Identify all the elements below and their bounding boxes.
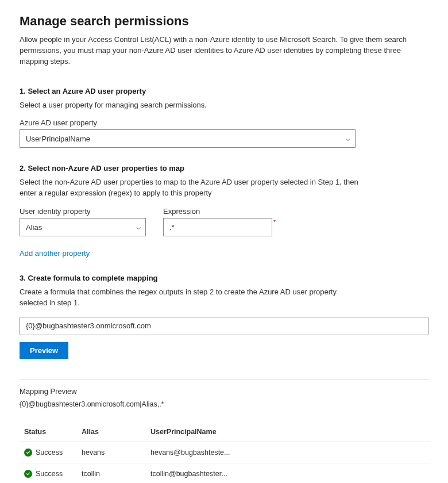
- expression-label: Expression: [163, 207, 276, 216]
- azure-ad-property-select-wrapper: UserPrincipalName: [20, 129, 356, 148]
- cell-upn: tcollin@bugbashtester...: [146, 463, 430, 483]
- formula-input[interactable]: [20, 317, 428, 335]
- col-header-status: Status: [20, 422, 77, 442]
- mapping-preview-title: Mapping Preview: [20, 387, 428, 396]
- mapping-preview-formula: {0}@bugbashtester3.onmicrosoft.com|Alias…: [20, 400, 428, 408]
- step1-title: 1. Select an Azure AD user property: [20, 87, 428, 95]
- step2-section: 2. Select non-Azure AD user properties t…: [20, 164, 428, 258]
- col-header-upn: UserPrincipalName: [146, 422, 430, 442]
- cell-alias: tcollin: [77, 463, 146, 483]
- page-description: Allow people in your Access Control List…: [20, 34, 422, 67]
- table-row: Successhevanshevans@bugbashteste...: [20, 442, 430, 463]
- step1-description: Select a user property for managing sear…: [20, 100, 364, 111]
- required-asterisk-icon: *: [273, 219, 276, 225]
- azure-ad-property-select[interactable]: UserPrincipalName: [20, 129, 356, 148]
- step3-description: Create a formula that combines the regex…: [20, 287, 364, 309]
- cell-alias: hevans: [77, 442, 146, 463]
- table-row: Successtcollintcollin@bugbashtester...: [20, 463, 430, 483]
- step3-section: 3. Create formula to complete mapping Cr…: [20, 274, 428, 359]
- expression-input[interactable]: [163, 218, 272, 236]
- success-icon: [24, 470, 32, 478]
- status-text: Success: [36, 448, 63, 457]
- col-header-alias: Alias: [77, 422, 146, 442]
- step2-description: Select the non-Azure AD user properties …: [20, 177, 364, 199]
- section-divider: [20, 379, 430, 380]
- step1-section: 1. Select an Azure AD user property Sele…: [20, 87, 428, 148]
- status-text: Success: [36, 470, 63, 478]
- page-title: Manage search permissions: [20, 14, 428, 29]
- preview-button[interactable]: Preview: [20, 342, 68, 359]
- add-another-property-link[interactable]: Add another property: [20, 249, 90, 258]
- step2-title: 2. Select non-Azure AD user properties t…: [20, 164, 428, 172]
- success-icon: [24, 448, 32, 457]
- cell-status: Success: [20, 463, 77, 483]
- azure-ad-property-label: Azure AD user property: [20, 118, 428, 127]
- step3-title: 3. Create formula to complete mapping: [20, 274, 428, 282]
- cell-status: Success: [20, 442, 77, 463]
- identity-property-select-wrapper: Alias: [20, 218, 146, 236]
- identity-property-label: User identity property: [20, 207, 146, 216]
- cell-upn: hevans@bugbashteste...: [146, 442, 430, 463]
- identity-property-select[interactable]: Alias: [20, 218, 146, 236]
- mapping-preview-table: Status Alias UserPrincipalName Successhe…: [20, 422, 430, 483]
